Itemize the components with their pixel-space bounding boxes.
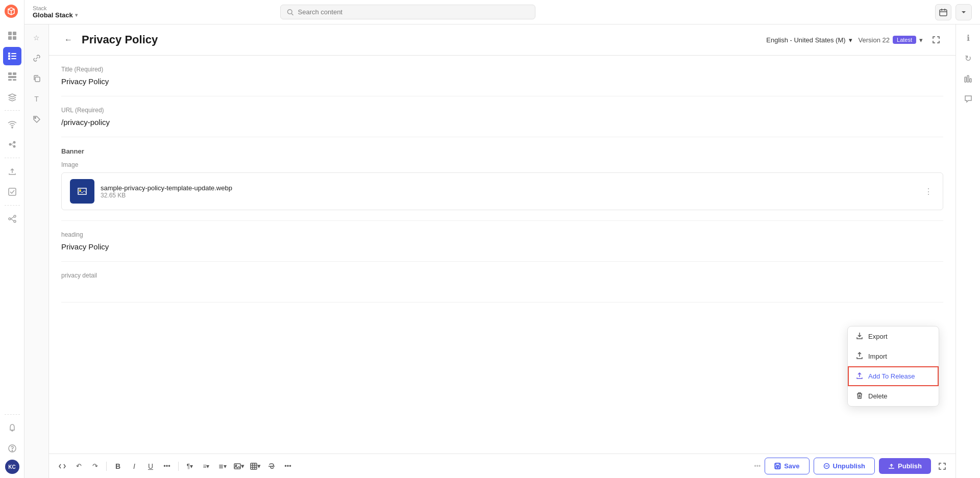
image-info: sample-privacy-policy-template-update.we…	[101, 184, 916, 199]
add-to-release-icon	[856, 372, 863, 381]
right-panel-sync-icon[interactable]: ↻	[959, 49, 977, 67]
context-menu-import[interactable]: Import	[848, 346, 939, 366]
svg-point-17	[9, 143, 11, 146]
app-logo[interactable]	[4, 4, 20, 20]
banner-section: Banner Image sample-privacy-	[61, 137, 943, 221]
svg-point-33	[235, 465, 236, 466]
sidebar-item-bell[interactable]	[3, 419, 21, 437]
fullscreen-button[interactable]	[935, 459, 949, 473]
url-field-value[interactable]: /privacy-policy	[61, 118, 943, 127]
toolbar-italic-button[interactable]: I	[127, 459, 141, 473]
version-dropdown-arrow[interactable]: ▾	[919, 36, 923, 44]
calendar-button[interactable]	[935, 4, 951, 20]
sidebar-item-blocks[interactable]	[3, 67, 21, 86]
context-menu-export[interactable]: Export	[848, 326, 939, 346]
image-more-button[interactable]: ⋮	[922, 185, 935, 198]
editor-area: ← Privacy Policy English - United States…	[49, 24, 955, 478]
heading-field-label: heading	[61, 231, 943, 238]
svg-point-25	[12, 450, 12, 451]
toolbar-image-button[interactable]: ▾	[232, 459, 246, 473]
sidebar-item-upload[interactable]	[3, 162, 21, 181]
toolbar-paragraph-button[interactable]: ¶▾	[183, 459, 197, 473]
toolbar-list-button[interactable]: ≣▾	[215, 459, 230, 473]
svg-rect-42	[970, 79, 971, 82]
latest-badge: Latest	[893, 36, 916, 44]
svg-rect-15	[13, 79, 16, 81]
svg-rect-13	[8, 76, 16, 78]
sec-tag-icon[interactable]	[28, 110, 46, 129]
stack-info: Stack Global Stack ▾	[33, 5, 78, 19]
toolbar-align-button[interactable]: ≡▾	[199, 459, 213, 473]
save-button[interactable]: Save	[765, 458, 809, 474]
image-sublabel: Image	[61, 161, 943, 168]
editor-toolbar: ↶ ↷ B I U ••• ¶▾ ≡▾ ≣▾	[49, 454, 955, 478]
sidebar-item-layers[interactable]	[3, 88, 21, 106]
heading-field-value[interactable]: Privacy Policy	[61, 242, 943, 251]
user-avatar[interactable]: KC	[5, 460, 19, 474]
sidebar-divider-2	[5, 158, 20, 158]
toolbar-strike-button[interactable]	[264, 459, 279, 473]
right-panel-chart-icon[interactable]	[959, 69, 977, 88]
heading-field-section: heading Privacy Policy	[61, 221, 943, 262]
image-thumbnail	[70, 179, 94, 204]
sidebar-divider-4	[5, 414, 20, 415]
publish-icon	[888, 463, 895, 469]
search-bar[interactable]	[280, 5, 535, 19]
url-field-section: URL (Required) /privacy-policy	[61, 96, 943, 137]
search-input[interactable]	[298, 8, 529, 16]
sidebar-item-workflows[interactable]	[3, 210, 21, 228]
toolbar-sep-1	[106, 462, 107, 471]
sidebar-bottom: KC	[3, 412, 21, 474]
page-title: Privacy Policy	[82, 33, 760, 46]
locale-selector[interactable]: English - United States (M) ▾	[766, 36, 852, 44]
sidebar-item-tasks[interactable]	[3, 183, 21, 201]
unpublish-button[interactable]: Unpublish	[814, 458, 875, 474]
sec-copy-icon[interactable]	[28, 69, 46, 88]
header-right	[935, 4, 972, 20]
context-menu: Export Import Add To Release Delete	[847, 326, 939, 407]
toolbar-code-button[interactable]	[55, 459, 69, 473]
toolbar-more-button[interactable]: •••	[281, 459, 295, 473]
sec-text-icon[interactable]: T	[28, 90, 46, 108]
sidebar-item-list[interactable]	[3, 47, 21, 65]
export-icon	[856, 332, 863, 341]
locale-dropdown-arrow: ▾	[849, 36, 852, 44]
expand-button[interactable]	[929, 33, 943, 47]
top-header: Stack Global Stack ▾	[24, 0, 980, 24]
svg-point-19	[13, 145, 15, 148]
svg-point-21	[9, 218, 11, 220]
toolbar-more-format-button[interactable]: •••	[160, 459, 174, 473]
svg-rect-5	[8, 53, 10, 55]
sec-star-icon[interactable]: ☆	[28, 29, 46, 47]
svg-rect-1	[8, 32, 12, 35]
toolbar-undo-button[interactable]: ↶	[71, 459, 86, 473]
context-menu-delete[interactable]: Delete	[848, 386, 939, 406]
calendar-dropdown-button[interactable]	[955, 4, 972, 20]
sidebar-item-components[interactable]	[3, 135, 21, 154]
toolbar-bold-button[interactable]: B	[111, 459, 125, 473]
sidebar-item-grid[interactable]	[3, 27, 21, 45]
svg-rect-20	[9, 188, 16, 195]
global-stack-selector[interactable]: Global Stack ▾	[33, 11, 78, 19]
toolbar-table-button[interactable]: ▾	[248, 459, 262, 473]
svg-rect-27	[940, 10, 947, 16]
right-panel-info-icon[interactable]: ℹ	[959, 29, 977, 47]
stack-label: Stack	[33, 5, 78, 11]
back-button[interactable]: ←	[61, 33, 76, 47]
toolbar-redo-button[interactable]: ↷	[88, 459, 102, 473]
sidebar-item-help[interactable]	[3, 439, 21, 458]
context-menu-add-to-release[interactable]: Add To Release	[848, 366, 939, 386]
right-panel-chat-icon[interactable]	[959, 90, 977, 108]
svg-point-23	[14, 220, 16, 222]
sidebar-divider-3	[5, 205, 20, 206]
publish-button[interactable]: Publish	[879, 458, 931, 474]
search-icon	[287, 9, 293, 16]
sidebar-item-wifi[interactable]	[3, 115, 21, 133]
banner-label: Banner	[61, 147, 943, 155]
toolbar-extra-options[interactable]: •••	[754, 463, 761, 470]
sec-link-icon[interactable]	[28, 49, 46, 67]
title-field-value[interactable]: Privacy Policy	[61, 77, 943, 86]
svg-point-18	[13, 141, 15, 144]
toolbar-underline-button[interactable]: U	[143, 459, 158, 473]
delete-icon	[856, 392, 863, 400]
